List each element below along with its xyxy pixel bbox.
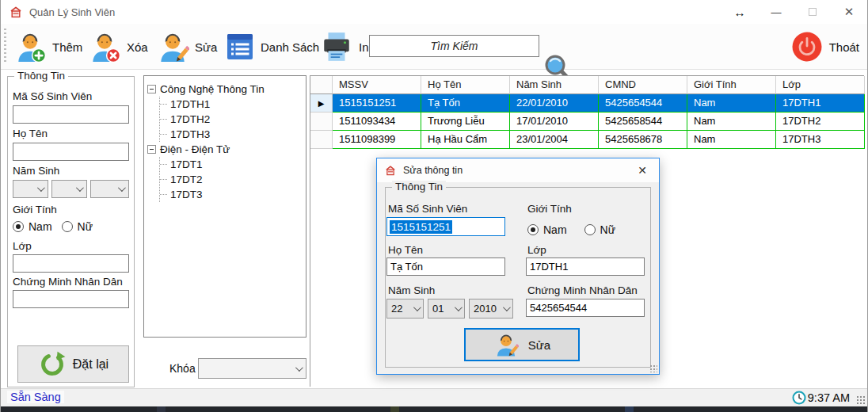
table-row[interactable]: 1511093434 Trương Liễu 17/01/2010 542565…: [310, 113, 864, 131]
cell-mssv[interactable]: 1511098399: [333, 131, 421, 149]
cmnd-input[interactable]: [13, 290, 129, 308]
cell-gioitinh[interactable]: Nam: [687, 94, 776, 113]
dlg-day-select[interactable]: 22: [386, 299, 424, 319]
mssv-input[interactable]: [13, 105, 129, 124]
grid-corner: [310, 76, 333, 94]
col-header-gioitinh[interactable]: Giới Tính: [687, 76, 776, 94]
cell-hoten[interactable]: Hạ Hầu Cẩm: [421, 131, 510, 149]
cell-namsinh[interactable]: 22/01/2010: [510, 94, 599, 113]
collapse-icon[interactable]: [147, 145, 156, 154]
chevron-down-icon: [76, 184, 84, 192]
cell-gioitinh[interactable]: Nam: [687, 113, 776, 131]
dlg-year-select[interactable]: 2010: [469, 299, 513, 319]
dialog-title: Sửa thông tin: [403, 165, 463, 176]
row-selector[interactable]: ▶: [310, 94, 333, 113]
col-header-cmnd[interactable]: CMND: [599, 76, 687, 94]
background-window-strip: [1, 406, 867, 412]
month-select[interactable]: [51, 180, 87, 198]
tree-connector: [160, 194, 167, 195]
dlg-mssv-input[interactable]: 1515151251: [386, 217, 505, 236]
col-header-lop[interactable]: Lớp: [776, 76, 865, 94]
row-selector[interactable]: [310, 113, 333, 131]
cell-mssv[interactable]: 1511093434: [333, 113, 421, 131]
table-row[interactable]: ▶ 1515151251 Tạ Tốn 22/01/2010 542565454…: [310, 94, 864, 113]
edit-button[interactable]: Sửa: [156, 24, 217, 70]
print-button[interactable]: In: [320, 24, 369, 70]
cell-cmnd[interactable]: 5425654544: [599, 94, 687, 113]
day-select[interactable]: [13, 180, 48, 198]
person-edit-icon: [156, 30, 189, 63]
dlg-lop-input[interactable]: [526, 258, 645, 276]
cell-lop[interactable]: 17DTH2: [776, 113, 865, 131]
tree-leaf[interactable]: 17DT3: [160, 187, 303, 202]
tree-leaf[interactable]: 17DT1: [160, 157, 303, 172]
chevron-down-icon: [413, 303, 421, 311]
cell-cmnd[interactable]: 5425658678: [599, 131, 687, 149]
table-row[interactable]: 1511098399 Hạ Hầu Cẩm 23/01/2004 5425658…: [310, 131, 864, 149]
toolbar-grip[interactable]: [4, 29, 6, 64]
cell-lop[interactable]: 17DTH1: [776, 94, 865, 113]
year-select[interactable]: [90, 180, 129, 198]
namsinh-label: Năm Sinh: [13, 165, 59, 177]
cell-gioitinh[interactable]: Nam: [687, 131, 776, 149]
person-add-icon: [13, 30, 47, 63]
hoten-input[interactable]: [13, 143, 129, 161]
col-header-namsinh[interactable]: Năm Sinh: [510, 76, 599, 94]
list-button[interactable]: Danh Sách: [225, 24, 319, 70]
edit-button-label: Sửa: [195, 40, 217, 54]
dlg-month-select[interactable]: 01: [428, 299, 465, 319]
dlg-hoten-label: Họ Tên: [388, 244, 423, 256]
person-delete-icon: [88, 30, 121, 63]
resize-icon[interactable]: ↔: [721, 0, 758, 24]
lop-input[interactable]: [13, 254, 129, 273]
tree-node-cntt[interactable]: Công Nghệ Thông Tin: [147, 82, 303, 97]
app-icon: [10, 6, 22, 18]
dlg-radio-nu[interactable]: [584, 224, 596, 235]
cell-namsinh[interactable]: 17/01/2010: [510, 113, 599, 131]
radio-nu[interactable]: [62, 221, 73, 232]
reset-button[interactable]: Đặt lại: [17, 345, 129, 383]
dialog-icon: [385, 166, 396, 176]
tree-leaf[interactable]: 17DTH3: [160, 127, 303, 142]
col-header-hoten[interactable]: Họ Tên: [421, 76, 510, 94]
dialog-submit-button[interactable]: Sửa: [464, 328, 580, 361]
close-button[interactable]: ✕: [831, 0, 867, 24]
info-group: Thông Tin Mã Số Sinh Viên Họ Tên Năm Sin…: [7, 76, 135, 387]
add-button[interactable]: Thêm: [13, 24, 82, 70]
radio-nam[interactable]: [13, 221, 24, 232]
dialog-resize-grip[interactable]: [649, 364, 657, 372]
add-button-label: Thêm: [52, 40, 82, 54]
minimize-button[interactable]: —: [758, 0, 794, 24]
tree-connector: [160, 164, 167, 165]
window-resize-grip[interactable]: [856, 395, 865, 404]
cell-cmnd[interactable]: 5425658544: [599, 113, 687, 131]
cell-hoten[interactable]: Trương Liễu: [421, 113, 510, 131]
exit-button[interactable]: Thoát: [791, 24, 859, 70]
search-input[interactable]: [369, 35, 539, 57]
dlg-mssv-label: Mã Số Sinh Viên: [388, 203, 467, 215]
dlg-hoten-input[interactable]: [386, 258, 505, 276]
cell-mssv[interactable]: 1515151251: [333, 94, 421, 113]
tree-leaf[interactable]: 17DTH1: [160, 97, 303, 112]
chevron-down-icon: [118, 184, 126, 192]
dialog-close-icon[interactable]: ✕: [626, 158, 659, 182]
delete-button[interactable]: Xóa: [88, 24, 148, 70]
tree-node-dien[interactable]: Điện - Điện Tử: [147, 142, 303, 157]
cell-lop[interactable]: 17DTH3: [776, 131, 865, 149]
collapse-icon[interactable]: [147, 85, 156, 93]
maximize-button[interactable]: [794, 0, 831, 24]
chevron-down-icon: [503, 303, 511, 311]
col-header-mssv[interactable]: MSSV: [333, 76, 421, 94]
dlg-cmnd-input[interactable]: [526, 299, 645, 317]
row-selector[interactable]: [310, 131, 333, 149]
tree-leaf[interactable]: 17DTH2: [160, 112, 303, 127]
tree-leaf[interactable]: 17DT2: [160, 172, 303, 187]
dlg-radio-nam-label: Nam: [543, 223, 567, 236]
list-button-label: Danh Sách: [261, 40, 319, 54]
khoa-select[interactable]: [198, 358, 306, 379]
dlg-radio-nam[interactable]: [527, 224, 539, 235]
cell-hoten[interactable]: Tạ Tốn: [421, 94, 510, 113]
radio-nu-label: Nữ: [78, 220, 93, 233]
cell-namsinh[interactable]: 23/01/2004: [510, 131, 599, 149]
mssv-label: Mã Số Sinh Viên: [13, 90, 92, 102]
